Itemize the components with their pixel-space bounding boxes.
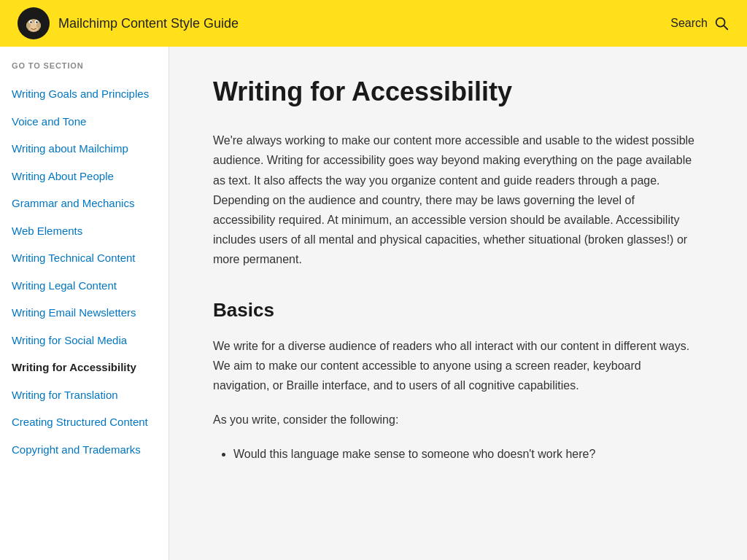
sidebar-item-creating-structured[interactable]: Creating Structured Content — [12, 408, 169, 436]
sidebar-item-writing-people[interactable]: Writing About People — [12, 163, 169, 190]
list-item: Writing about Mailchimp — [12, 135, 169, 163]
svg-rect-10 — [29, 11, 38, 16]
sidebar-item-writing-technical[interactable]: Writing Technical Content — [12, 244, 169, 272]
sidebar-item-writing-accessibility[interactable]: Writing for Accessibility — [12, 354, 169, 381]
list-item: Writing Email Newsletters — [12, 299, 169, 327]
sidebar-item-writing-mailchimp[interactable]: Writing about Mailchimp — [12, 135, 169, 163]
sidebar-item-grammar-mechanics[interactable]: Grammar and Mechanics — [12, 190, 169, 217]
sidebar: GO TO SECTION Writing Goals and Principl… — [0, 47, 169, 560]
intro-paragraph: We're always working to make our content… — [213, 131, 694, 269]
svg-point-7 — [26, 23, 31, 28]
list-item: Creating Structured Content — [12, 408, 169, 436]
mailchimp-logo-icon — [18, 7, 50, 39]
sidebar-item-writing-translation[interactable]: Writing for Translation — [12, 381, 169, 409]
sidebar-item-writing-goals[interactable]: Writing Goals and Principles — [12, 80, 169, 108]
sidebar-item-writing-legal[interactable]: Writing Legal Content — [12, 272, 169, 300]
search-button[interactable]: Search — [670, 15, 729, 31]
list-item: Writing Legal Content — [12, 272, 169, 300]
basics-list: Would this language make sense to someon… — [233, 444, 703, 464]
layout: GO TO SECTION Writing Goals and Principl… — [0, 47, 747, 560]
list-item: Writing Technical Content — [12, 244, 169, 272]
svg-line-12 — [724, 26, 727, 29]
sidebar-item-copyright-trademarks[interactable]: Copyright and Trademarks — [12, 436, 169, 464]
list-item: Writing for Translation — [12, 381, 169, 409]
sidebar-item-voice-tone[interactable]: Voice and Tone — [12, 108, 169, 136]
sidebar-nav: Writing Goals and Principles Voice and T… — [12, 80, 169, 463]
header-title: Mailchimp Content Style Guide — [58, 16, 239, 31]
list-item: Grammar and Mechanics — [12, 190, 169, 217]
search-label: Search — [670, 17, 708, 30]
list-item: Web Elements — [12, 217, 169, 245]
list-item: Voice and Tone — [12, 108, 169, 136]
list-item: Writing About People — [12, 163, 169, 190]
basics-heading: Basics — [213, 299, 703, 322]
list-item: Would this language make sense to someon… — [233, 444, 703, 464]
sidebar-item-writing-social[interactable]: Writing for Social Media — [12, 327, 169, 354]
search-icon — [713, 15, 729, 31]
list-item: Writing for Social Media — [12, 327, 169, 354]
list-item: Writing Goals and Principles — [12, 80, 169, 108]
main-content: Writing for Accessibility We're always w… — [169, 47, 747, 560]
sidebar-section-label: GO TO SECTION — [12, 61, 169, 70]
sidebar-item-writing-email[interactable]: Writing Email Newsletters — [12, 299, 169, 327]
page-title: Writing for Accessibility — [213, 76, 703, 107]
header: Mailchimp Content Style Guide Search — [0, 0, 747, 47]
list-item: Copyright and Trademarks — [12, 436, 169, 464]
svg-point-5 — [30, 21, 31, 23]
list-item: Writing for Accessibility — [12, 354, 169, 381]
svg-point-8 — [36, 23, 41, 28]
header-left: Mailchimp Content Style Guide — [18, 7, 239, 39]
basics-paragraph-1: We write for a diverse audience of reade… — [213, 336, 694, 396]
sidebar-item-web-elements[interactable]: Web Elements — [12, 217, 169, 245]
basics-paragraph-2: As you write, consider the following: — [213, 410, 694, 429]
svg-point-6 — [36, 21, 37, 23]
